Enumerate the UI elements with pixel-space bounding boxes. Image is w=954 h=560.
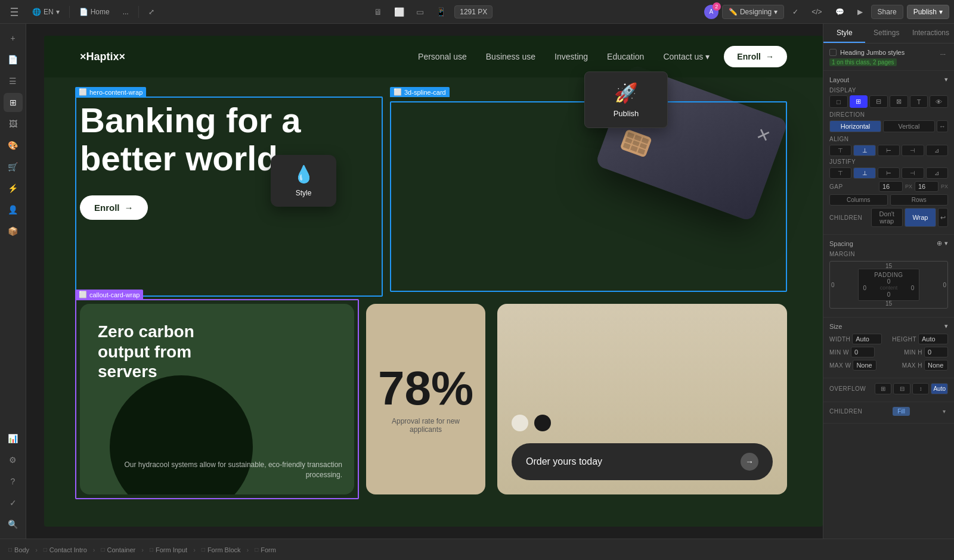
nav-enroll-btn[interactable]: Enroll → — [724, 46, 787, 67]
pad-left[interactable]: 0 — [863, 285, 867, 291]
sidebar-cms-btn[interactable]: 📦 — [4, 222, 23, 241]
overflow-scroll-btn[interactable]: ↕ — [912, 383, 930, 394]
wrap-extra-btn[interactable]: ↩ — [938, 208, 948, 227]
maxh-input[interactable] — [924, 360, 948, 371]
more-btn[interactable]: ... — [118, 5, 134, 18]
size-header[interactable]: Size ▾ — [829, 322, 948, 330]
bottom-contact-intro[interactable]: □ Contact Intro — [40, 545, 91, 555]
language-btn[interactable]: 🌐 EN ▾ — [27, 5, 64, 18]
sidebar-ecomm-btn[interactable]: 🛒 — [4, 157, 23, 176]
pad-right[interactable]: 0 — [911, 285, 915, 291]
overflow-auto-btn[interactable]: Auto — [931, 383, 948, 394]
tablet-btn[interactable]: ⬜ — [391, 5, 408, 19]
publish-btn-toolbar[interactable]: Publish ▾ — [907, 5, 949, 19]
bottom-form-block[interactable]: □ Form Block — [198, 545, 244, 555]
height-input[interactable] — [918, 334, 948, 344]
justify-end-btn[interactable]: ⊢ — [878, 167, 900, 179]
mobile-landscape-btn[interactable]: ▭ — [413, 5, 428, 19]
designing-btn[interactable]: ✏️ Designing ▾ — [722, 5, 784, 19]
nav-link-education[interactable]: Education — [607, 52, 644, 61]
direction-extra-btn[interactable]: ↔ — [937, 120, 948, 132]
share-btn[interactable]: Share — [871, 5, 903, 19]
fill-btn[interactable]: Fill — [893, 407, 910, 416]
sidebar-settings-btn[interactable]: ⚙ — [4, 450, 23, 469]
margin-left[interactable]: 0 — [831, 282, 835, 288]
hero-enroll-btn[interactable]: Enroll → — [80, 195, 148, 220]
pad-top[interactable]: 0 — [887, 278, 891, 285]
direction-horizontal-btn[interactable]: Horizontal — [829, 120, 881, 132]
pad-bottom[interactable]: 0 — [887, 291, 891, 298]
order-btn[interactable]: Order yours today → — [512, 443, 773, 480]
children-more-btn[interactable]: ▾ — [940, 407, 948, 415]
sidebar-layers-btn[interactable]: ☰ — [4, 71, 23, 91]
margin-right[interactable]: 0 — [943, 282, 946, 288]
sidebar-add-btn[interactable]: + — [4, 29, 23, 48]
mobile-portrait-btn[interactable]: 📱 — [432, 5, 450, 19]
sidebar-pages-btn[interactable]: 📄 — [4, 50, 23, 69]
bottom-body[interactable]: □ Body — [5, 545, 33, 555]
sidebar-activity-btn[interactable]: 📊 — [4, 429, 23, 448]
align-baseline-btn[interactable]: ⊿ — [926, 145, 948, 156]
checkbox-heading[interactable] — [829, 49, 837, 56]
align-top-center-btn[interactable]: ⊥ — [853, 145, 875, 156]
sidebar-components-btn[interactable]: ⊞ — [4, 93, 23, 112]
columns-btn[interactable]: Columns — [829, 194, 888, 206]
display-grid-btn[interactable]: ⊟ — [869, 95, 888, 108]
bottom-form-input[interactable]: □ Form Input — [146, 545, 191, 555]
layout-header[interactable]: Layout ▾ — [829, 76, 948, 83]
align-top-left-btn[interactable]: ⊤ — [829, 145, 851, 156]
comment-btn[interactable]: 💬 — [831, 5, 849, 18]
display-hide-btn[interactable]: 👁 — [930, 95, 948, 108]
display-none-btn[interactable]: ⊠ — [890, 95, 908, 108]
display-text-btn[interactable]: T — [910, 95, 928, 108]
sidebar-logic-btn[interactable]: ⚡ — [4, 179, 23, 198]
wrap-btn[interactable]: Wrap — [905, 208, 936, 227]
overflow-hidden-btn[interactable]: ⊟ — [893, 383, 910, 394]
minh-input[interactable] — [924, 347, 948, 357]
align-stretch-btn[interactable]: ⊣ — [902, 145, 924, 156]
width-input[interactable] — [852, 334, 882, 344]
nav-link-investing[interactable]: Investing — [555, 52, 588, 61]
display-flex-btn[interactable]: ⊞ — [850, 95, 868, 108]
heading-more-btn[interactable]: ... — [938, 48, 948, 57]
justify-around-btn[interactable]: ⊿ — [926, 167, 948, 179]
webflow-logo-btn[interactable] — [5, 5, 24, 19]
check-icon-btn[interactable]: ✓ — [788, 5, 803, 18]
maxw-input[interactable] — [853, 360, 876, 371]
minw-input[interactable] — [851, 347, 875, 357]
play-btn[interactable]: ▶ — [853, 5, 868, 18]
rows-btn[interactable]: Rows — [890, 194, 949, 206]
sidebar-help-btn[interactable]: ? — [4, 472, 23, 491]
style-popup[interactable]: 💧 Style — [271, 155, 336, 207]
gap-h-input[interactable] — [879, 181, 903, 192]
display-block-btn[interactable]: □ — [829, 95, 848, 108]
spacing-header[interactable]: Spacing ⊕ ▾ — [829, 239, 948, 247]
align-top-right-btn[interactable]: ⊢ — [878, 145, 900, 156]
tab-interactions[interactable]: Interactions — [907, 24, 954, 43]
desktop-btn[interactable]: 🖥 — [370, 5, 386, 19]
expand-btn[interactable]: ⤢ — [144, 5, 159, 18]
bottom-form[interactable]: □ Form — [251, 545, 280, 555]
gap-v-input[interactable] — [915, 181, 938, 192]
page-btn[interactable]: 📄 Home — [75, 5, 114, 18]
tab-style[interactable]: Style — [823, 24, 865, 43]
sidebar-checkmark-btn[interactable]: ✓ — [4, 493, 23, 512]
sidebar-search-btn[interactable]: 🔍 — [4, 515, 23, 534]
overflow-visible-btn[interactable]: ⊞ — [875, 383, 892, 394]
nav-link-contact[interactable]: Contact us ▾ — [663, 52, 710, 61]
justify-center-btn[interactable]: ⊥ — [853, 167, 875, 179]
nav-link-personal[interactable]: Personal use — [418, 52, 467, 61]
sidebar-users-btn[interactable]: 👤 — [4, 200, 23, 219]
code-btn[interactable]: </> — [807, 5, 826, 18]
bottom-container[interactable]: □ Container — [98, 545, 140, 555]
no-wrap-btn[interactable]: Don't wrap — [871, 208, 903, 227]
justify-start-btn[interactable]: ⊤ — [829, 167, 851, 179]
sidebar-assets-btn[interactable]: 🖼 — [4, 114, 23, 133]
tab-settings[interactable]: Settings — [865, 24, 907, 43]
sidebar-style-btn[interactable]: 🎨 — [4, 136, 23, 155]
margin-top[interactable]: 15 — [885, 263, 892, 269]
nav-link-business[interactable]: Business use — [486, 52, 535, 61]
margin-bottom[interactable]: 15 — [885, 300, 892, 307]
justify-between-btn[interactable]: ⊣ — [902, 167, 924, 179]
direction-vertical-btn[interactable]: Vertical — [883, 120, 935, 132]
